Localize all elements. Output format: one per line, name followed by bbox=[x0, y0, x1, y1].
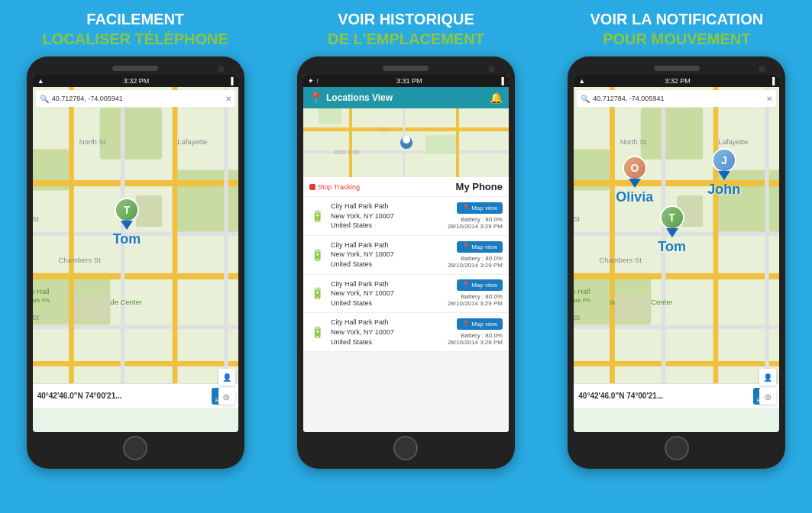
entry-1-battery-icon: 🔋 bbox=[311, 210, 324, 222]
entry-3-battery: Battery : 80.0%28/10/2014 3:29 PM bbox=[448, 293, 503, 307]
left-home-btn[interactable] bbox=[123, 436, 147, 460]
entry-1-battery: Battery : 80.0%28/10/2014 3:29 PM bbox=[448, 216, 503, 230]
entry-2-map-label: Map view bbox=[471, 244, 497, 250]
right-speaker bbox=[654, 66, 700, 71]
right-status-signal: ▲ bbox=[578, 77, 585, 85]
svg-rect-51 bbox=[765, 87, 769, 408]
right-map-controls: 👤 ◎ bbox=[759, 369, 776, 405]
svg-rect-13 bbox=[224, 87, 228, 408]
right-map: Church St North St Lafayette Warren St C… bbox=[574, 87, 779, 408]
left-map-bg: Church St North St Lafayette Warren St C… bbox=[33, 87, 238, 408]
left-person-btn[interactable]: 👤 bbox=[218, 369, 235, 386]
right-location-btn[interactable]: ◎ bbox=[759, 388, 776, 405]
right-olivia-pin: O Olivia bbox=[616, 156, 653, 205]
right-john-face: J bbox=[713, 150, 735, 171]
entry-2-map-btn[interactable]: 📍 Map view bbox=[457, 241, 503, 253]
right-olivia-name: Olivia bbox=[616, 189, 653, 205]
entry-3-icon: 🔋 bbox=[309, 285, 326, 302]
svg-rect-47 bbox=[574, 361, 779, 366]
svg-text:Church St: Church St bbox=[574, 215, 580, 223]
svg-rect-10 bbox=[69, 87, 74, 408]
middle-title: VOIR HISTORIQUE DE L'EMPLACEMENT bbox=[320, 9, 492, 49]
middle-phone-bottom bbox=[303, 437, 509, 460]
svg-rect-45 bbox=[574, 273, 779, 279]
svg-text:Chambers St: Chambers St bbox=[58, 256, 101, 264]
location-list: 🔋 City Hall Park PathNew York, NY 10007U… bbox=[303, 197, 509, 432]
locations-bell-icon[interactable]: 🔔 bbox=[490, 92, 503, 104]
entry-4-icon: 🔋 bbox=[309, 324, 326, 340]
right-search-bar[interactable]: 🔍 40.712784, -74.005941 ✕ bbox=[577, 90, 776, 107]
stop-text: Stop Tracking bbox=[318, 183, 360, 191]
left-location-bar: 40°42'46.0"N 74°00'21... Y Route bbox=[33, 383, 238, 408]
entry-3-map-icon: 📍 bbox=[462, 282, 470, 289]
right-status-time: 3:32 PM bbox=[665, 77, 691, 85]
middle-status-signal: ✦ ↑ bbox=[308, 77, 319, 85]
left-status-bar: ▲ 3:32 PM ▐ bbox=[33, 75, 238, 87]
stop-tracking[interactable]: Stop Tracking bbox=[309, 183, 360, 191]
locations-screen: 📍 Locations View 🔔 bbox=[303, 87, 509, 432]
middle-title-line1: VOIR HISTORIQUE bbox=[328, 9, 484, 29]
right-search-value: 40.712784, -74.005941 bbox=[593, 95, 766, 102]
right-location-bar: 40°42'46.0"N 74°00'21... Y Route bbox=[574, 383, 779, 408]
svg-rect-27 bbox=[303, 127, 509, 131]
entry-1-map-btn[interactable]: 📍 Map view bbox=[457, 202, 503, 214]
left-status-right: ▐ bbox=[228, 77, 233, 85]
right-tom-pin: T Tom bbox=[658, 205, 686, 255]
left-title-line1: FACILEMENT bbox=[42, 9, 228, 29]
right-john-tail bbox=[718, 171, 730, 180]
left-map: Church St North St Lafayette Warren St C… bbox=[33, 87, 238, 408]
entry-2-battery: Battery : 80.0%28/10/2014 3:29 PM bbox=[448, 255, 503, 269]
svg-text:Lafayette: Lafayette bbox=[719, 137, 749, 146]
right-tom-name: Tom bbox=[658, 239, 686, 255]
entry-4-map-btn[interactable]: 📍 Map view bbox=[457, 318, 503, 330]
left-phone-bottom bbox=[33, 437, 238, 460]
entry-4-map-label: Map view bbox=[471, 321, 497, 327]
left-camera bbox=[218, 66, 225, 73]
right-john-name: John bbox=[707, 182, 740, 198]
svg-rect-5 bbox=[33, 180, 238, 186]
left-map-controls: 👤 ◎ bbox=[218, 369, 235, 405]
right-search-clear[interactable]: ✕ bbox=[766, 95, 772, 103]
left-search-clear[interactable]: ✕ bbox=[225, 95, 231, 103]
entry-2-address: City Hall Park PathNew York, NY 10007Uni… bbox=[331, 240, 443, 269]
right-tom-face: T bbox=[662, 207, 683, 228]
svg-rect-43 bbox=[574, 180, 779, 186]
svg-rect-46 bbox=[574, 325, 779, 329]
entry-4-battery: Battery : 80.0%28/10/2014 3:28 PM bbox=[448, 332, 503, 346]
right-screen: ▲ 3:32 PM ▐ bbox=[574, 75, 779, 432]
middle-screen: ✦ ↑ 3:31 PM ▐ 📍 Locations View 🔔 bbox=[303, 75, 509, 432]
middle-phone-top bbox=[303, 66, 509, 71]
phone-name: My Phone bbox=[456, 181, 503, 192]
right-title-line2: POUR MOUVEMENT bbox=[590, 29, 763, 49]
svg-text:Warren St: Warren St bbox=[574, 313, 580, 321]
middle-home-btn[interactable] bbox=[393, 436, 418, 460]
left-screen: ▲ 3:32 PM ▐ bbox=[33, 75, 238, 432]
middle-status-bar: ✦ ↑ 3:31 PM ▐ bbox=[303, 75, 509, 87]
left-search-bar[interactable]: 🔍 40.712784, -74.005941 ✕ bbox=[36, 90, 235, 107]
left-phone: ▲ 3:32 PM ▐ bbox=[27, 56, 244, 469]
entry-1-address-text: City Hall Park PathNew York, NY 10007Uni… bbox=[331, 202, 443, 231]
right-home-btn[interactable] bbox=[665, 436, 689, 460]
left-tom-avatar: T bbox=[115, 198, 139, 222]
entry-3-battery-icon: 🔋 bbox=[311, 287, 324, 299]
middle-camera bbox=[488, 66, 495, 73]
locations-map-snippet: 40.0 0 00 (9) bbox=[303, 108, 509, 177]
left-location-btn[interactable]: ◎ bbox=[218, 388, 235, 405]
svg-rect-40 bbox=[641, 108, 703, 160]
svg-rect-25 bbox=[74, 294, 110, 320]
right-camera bbox=[759, 66, 765, 73]
svg-rect-32 bbox=[319, 108, 341, 124]
right-phone-bottom bbox=[574, 437, 779, 460]
svg-text:Church St: Church St bbox=[33, 215, 39, 223]
entry-3-map-btn[interactable]: 📍 Map view bbox=[457, 279, 503, 291]
info-panel: Stop Tracking My Phone bbox=[303, 177, 509, 197]
left-pin-tail bbox=[121, 221, 133, 230]
right-olivia-avatar: O bbox=[623, 156, 647, 180]
left-battery-icon: ▐ bbox=[228, 77, 233, 85]
entry-4-address: City Hall Park PathNew York, NY 10007Uni… bbox=[331, 318, 443, 347]
svg-text:Chambers St: Chambers St bbox=[600, 256, 642, 264]
entry-1-map-label: Map view bbox=[471, 205, 497, 211]
svg-rect-9 bbox=[33, 361, 238, 366]
stop-dot bbox=[309, 184, 315, 190]
right-person-btn[interactable]: 👤 bbox=[759, 369, 776, 386]
